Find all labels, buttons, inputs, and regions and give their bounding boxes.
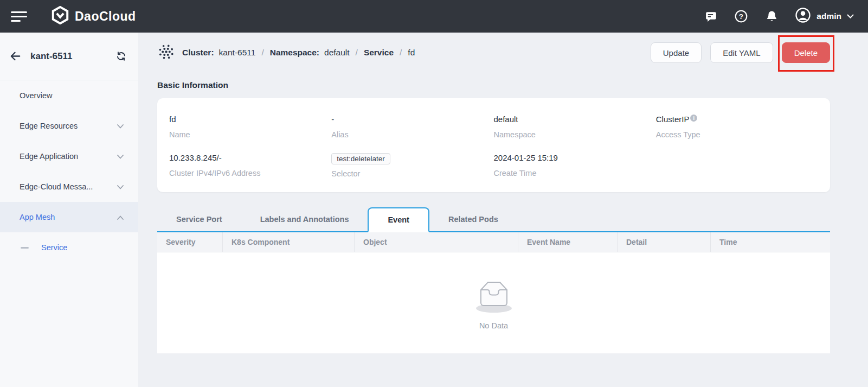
basic-information-card: fd Name - Alias default Namespace Cluste… — [157, 98, 830, 192]
sidebar: kant-6511 Overview Edge Resources Edge A… — [0, 33, 138, 387]
sidebar-item-label: Edge Application — [20, 152, 78, 161]
sidebar-subitem-label: Service — [41, 243, 67, 252]
back-icon[interactable] — [9, 50, 22, 63]
chevron-down-icon — [117, 182, 124, 191]
field-value: fd — [169, 115, 331, 125]
field-label: Name — [169, 130, 331, 139]
breadcrumb-cluster-value[interactable]: kant-6511 — [219, 48, 256, 58]
sidebar-item-app-mesh[interactable]: App Mesh — [0, 202, 138, 232]
sidebar-item-edge-cloud-message[interactable]: Edge-Cloud Messa... — [0, 172, 138, 202]
tab-bar: Service Port Labels and Annotations Even… — [157, 207, 830, 232]
breadcrumb-namespace-value[interactable]: default — [324, 48, 350, 58]
breadcrumb-separator: / — [260, 48, 265, 58]
info-icon[interactable]: i — [690, 115, 697, 122]
column-event-name: Event Name — [518, 232, 617, 252]
edit-yaml-button[interactable]: Edit YAML — [710, 42, 773, 63]
column-severity: Severity — [157, 232, 222, 252]
notifications-icon[interactable] — [764, 9, 779, 23]
breadcrumb-separator: / — [398, 48, 403, 58]
field-value: 10.233.8.245/- — [169, 153, 331, 164]
field-label: Alias — [331, 130, 493, 139]
help-icon[interactable]: ? — [734, 9, 748, 23]
menu-icon[interactable] — [11, 9, 27, 24]
no-data-text: No Data — [467, 321, 521, 330]
tab-service-port[interactable]: Service Port — [157, 207, 241, 231]
field-create-time: 2024-01-25 15:19 Create Time — [494, 153, 656, 178]
update-button[interactable]: Update — [651, 42, 702, 63]
column-object: Object — [354, 232, 518, 252]
user-menu[interactable]: admin — [795, 7, 854, 26]
brand-logo[interactable]: DaoCloud — [51, 6, 136, 27]
empty-state: No Data — [467, 276, 521, 330]
field-namespace: default Namespace — [494, 115, 656, 139]
mesh-icon — [157, 43, 175, 63]
avatar — [795, 7, 811, 26]
sidebar-item-label: App Mesh — [20, 213, 55, 221]
user-name: admin — [816, 11, 841, 21]
field-name: fd Name — [169, 115, 331, 139]
tab-labels-annotations[interactable]: Labels and Annotations — [241, 207, 368, 231]
field-access-type: ClusterIPi Access Type — [656, 115, 818, 139]
sidebar-item-label: Overview — [20, 91, 52, 100]
field-label: Access Type — [656, 130, 818, 139]
breadcrumb-resource-type[interactable]: Service — [364, 48, 394, 58]
sidebar-item-service[interactable]: Service — [0, 232, 138, 263]
detail-tabs-section: Service Port Labels and Annotations Even… — [157, 207, 830, 353]
refresh-icon[interactable] — [114, 50, 127, 63]
tab-related-pods[interactable]: Related Pods — [429, 207, 517, 231]
column-k8s-component: K8s Component — [222, 232, 354, 252]
column-detail: Detail — [617, 232, 710, 252]
field-value: ClusterIP — [656, 115, 690, 124]
main-content: Cluster: kant-6511 / Namespace: default … — [138, 33, 868, 387]
column-time: Time — [710, 232, 830, 252]
breadcrumb: Cluster: kant-6511 / Namespace: default … — [157, 43, 415, 63]
field-value: - — [331, 115, 493, 125]
breadcrumb-namespace-label: Namespace: — [270, 48, 319, 58]
chevron-down-icon — [117, 152, 124, 161]
sidebar-item-label: Edge-Cloud Messa... — [20, 182, 93, 191]
tab-event[interactable]: Event — [368, 207, 429, 232]
field-value: 2024-01-25 15:19 — [494, 153, 656, 164]
field-value: default — [494, 115, 656, 125]
sidebar-item-edge-resources[interactable]: Edge Resources — [0, 111, 138, 141]
delete-button[interactable]: Delete — [782, 42, 830, 63]
chevron-down-icon — [117, 122, 124, 130]
chevron-down-icon — [847, 11, 854, 21]
field-selector: test:deletelater Selector — [331, 153, 493, 178]
empty-box-icon — [467, 276, 521, 315]
messages-icon[interactable] — [704, 9, 718, 23]
field-label: Selector — [331, 169, 493, 178]
breadcrumb-separator: / — [355, 48, 359, 58]
field-label: Create Time — [494, 169, 656, 177]
field-label: Cluster IPv4/IPv6 Address — [169, 169, 331, 177]
field-label: Namespace — [494, 130, 656, 139]
selector-tag: test:deletelater — [331, 153, 390, 164]
daocloud-logo-icon — [51, 6, 69, 27]
field-alias: - Alias — [331, 115, 493, 139]
field-cluster-ip: 10.233.8.245/- Cluster IPv4/IPv6 Address — [169, 153, 331, 178]
breadcrumb-resource-name: fd — [408, 48, 415, 58]
breadcrumb-cluster-label: Cluster: — [182, 48, 214, 58]
event-table-body: No Data — [157, 252, 830, 353]
dash-icon — [21, 247, 29, 249]
svg-text:?: ? — [739, 12, 743, 21]
basic-information-title: Basic Information — [157, 80, 830, 90]
event-table-header: Severity K8s Component Object Event Name… — [157, 232, 830, 252]
cluster-name: kant-6511 — [30, 51, 106, 62]
chevron-up-icon — [117, 213, 124, 221]
topbar: DaoCloud ? — [0, 0, 868, 33]
sidebar-item-overview[interactable]: Overview — [0, 80, 138, 111]
brand-name: DaoCloud — [75, 9, 136, 24]
sidebar-item-edge-application[interactable]: Edge Application — [0, 141, 138, 172]
sidebar-item-label: Edge Resources — [20, 122, 78, 130]
